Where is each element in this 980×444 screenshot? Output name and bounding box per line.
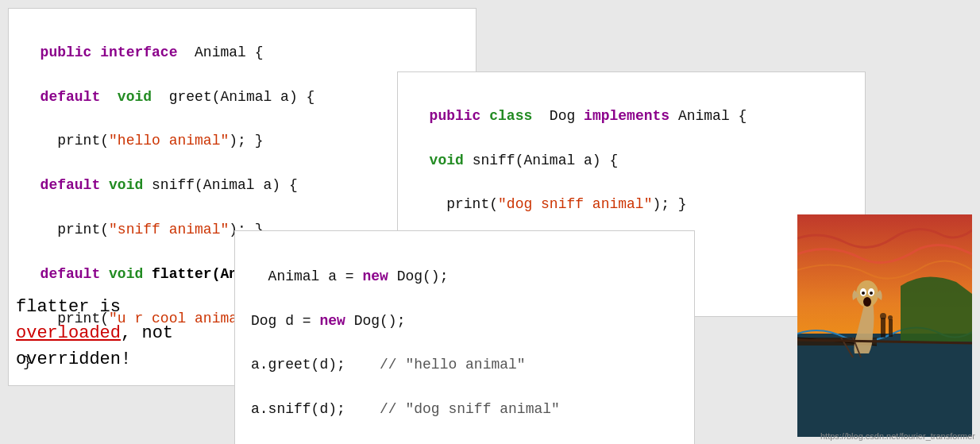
watermark-text: https://blog.csdn.net/fourier_transforme…	[820, 431, 975, 441]
svg-point-11	[880, 313, 886, 319]
overridden-text: overridden!	[16, 349, 131, 369]
svg-point-7	[862, 291, 865, 295]
scream-painting	[797, 214, 972, 437]
svg-rect-1	[797, 334, 972, 437]
main-code-box: Animal a = new Dog(); Dog d = new Dog();…	[234, 230, 695, 444]
class-name-animal: Animal {	[186, 44, 263, 60]
keyword-void: void	[109, 89, 152, 105]
not-text: , not	[121, 323, 173, 343]
keyword-default: default	[41, 89, 101, 105]
overloaded-link[interactable]: overloaded	[16, 323, 121, 343]
flatter-is-text: flatter is	[16, 297, 121, 317]
svg-point-8	[870, 291, 873, 295]
svg-point-13	[888, 315, 893, 320]
scream-svg	[797, 214, 972, 437]
svg-rect-10	[881, 318, 885, 338]
svg-point-9	[863, 297, 871, 307]
overload-label: flatter is overloaded, not overridden!	[16, 294, 173, 373]
keyword-public: public	[41, 44, 92, 60]
keyword-interface: interface	[100, 44, 177, 60]
svg-rect-12	[889, 319, 893, 337]
code-line	[23, 89, 41, 105]
